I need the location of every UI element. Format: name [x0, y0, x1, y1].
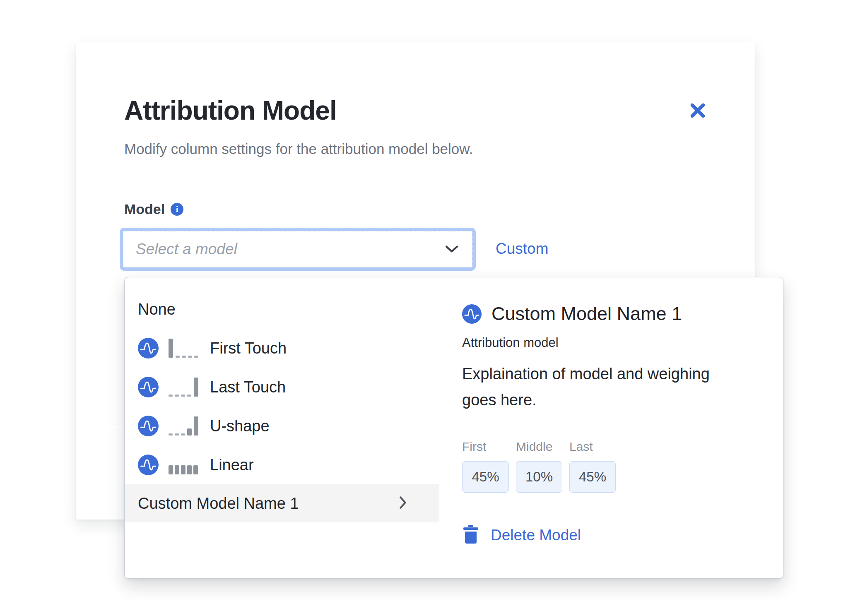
amplitude-logo-icon [138, 455, 159, 475]
weight-first-input[interactable]: 45% [462, 461, 509, 493]
last-touch-bars-icon [169, 377, 198, 397]
dialog-title: Attribution Model [124, 95, 337, 126]
option-none[interactable]: None [125, 290, 439, 329]
amplitude-logo-icon [138, 377, 159, 397]
weight-label: Middle [516, 440, 562, 454]
option-linear[interactable]: Linear [125, 445, 439, 484]
detail-title: Custom Model Name 1 [491, 303, 682, 325]
detail-header: Custom Model Name 1 [462, 303, 682, 325]
dialog-subtitle: Modify column settings for the attributi… [124, 141, 473, 157]
option-label: None [138, 301, 176, 318]
weights-row: First 45% Middle 10% Last 45% [462, 440, 616, 493]
model-field-label-row: Model i [124, 201, 183, 217]
delete-model-button[interactable]: Delete Model [463, 525, 581, 545]
option-label: Last Touch [210, 378, 286, 396]
info-icon[interactable]: i [171, 203, 183, 216]
option-label: Linear [210, 456, 254, 474]
weight-last: Last 45% [569, 440, 616, 493]
custom-model-detail-panel: Custom Model Name 1 Attribution model Ex… [439, 277, 783, 578]
weight-label: Last [569, 440, 616, 454]
weight-middle: Middle 10% [516, 440, 562, 493]
amplitude-logo-icon [138, 416, 159, 436]
option-label: U-shape [210, 417, 270, 435]
weight-first: First 45% [462, 440, 509, 493]
amplitude-logo-icon [462, 304, 482, 324]
model-option-list: None F [125, 277, 439, 578]
option-custom-model-name-1[interactable]: Custom Model Name 1 [125, 484, 439, 522]
model-select-placeholder: Select a model [123, 241, 446, 258]
weight-label: First [462, 440, 509, 454]
chevron-right-icon [400, 496, 407, 510]
model-field-label: Model [124, 201, 165, 217]
weight-last-input[interactable]: 45% [569, 461, 616, 493]
linear-bars-icon [169, 455, 198, 475]
amplitude-logo-icon [138, 338, 159, 359]
page: Attribution Model Modify column settings… [0, 0, 848, 616]
delete-model-label: Delete Model [491, 527, 581, 544]
model-dropdown-popover: None F [124, 277, 783, 579]
option-label: First Touch [210, 339, 287, 357]
weight-middle-input[interactable]: 10% [516, 461, 562, 493]
model-description: Explaination of model and weighing goes … [462, 361, 731, 413]
option-u-shape[interactable]: U-shape [125, 407, 439, 445]
trash-icon [463, 525, 478, 545]
u-shape-bars-icon [169, 416, 198, 436]
option-label: Custom Model Name 1 [138, 495, 299, 513]
option-last-touch[interactable]: Last Touch [125, 368, 439, 407]
model-select[interactable]: Select a model [123, 231, 472, 267]
custom-link[interactable]: Custom [496, 240, 548, 257]
option-first-touch[interactable]: First Touch [125, 329, 439, 368]
detail-subtitle: Attribution model [462, 335, 559, 350]
chevron-down-icon [446, 245, 458, 253]
first-touch-bars-icon [169, 338, 198, 359]
close-icon [689, 115, 707, 121]
close-button[interactable] [685, 99, 710, 123]
